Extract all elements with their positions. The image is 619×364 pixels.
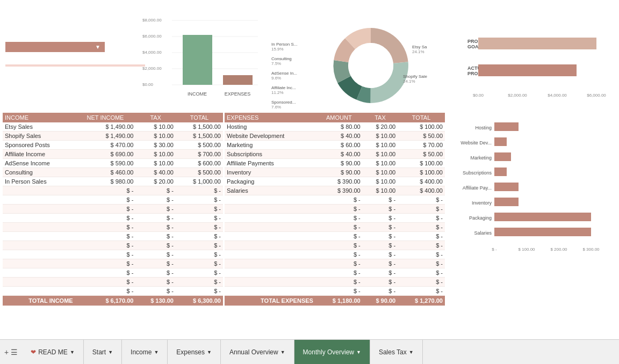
table-row: Inventory$ 90.00$ 10.00$ 100.00 [225, 168, 445, 177]
svg-text:Affiliate Inc...: Affiliate Inc... [271, 85, 296, 90]
add-sheet-button[interactable]: + [4, 348, 9, 356]
main-content: ▼ $8,000.00 $6,000.00 $4,000.0 [0, 0, 619, 339]
expenses-total-col-header: TOTAL [398, 113, 445, 122]
total-income-value: $ 6,300.00 [176, 296, 223, 306]
svg-text:$6,000.00: $6,000.00 [142, 34, 162, 39]
tab-arrow-icon: ▼ [280, 350, 285, 355]
income-total-col-header: TOTAL [176, 113, 223, 122]
total-expenses-value: $ 90.00 [363, 296, 398, 306]
table-row: $ -$ -$ - [3, 232, 223, 241]
table-row: $ -$ -$ - [225, 278, 445, 287]
table-row: $ -$ -$ - [225, 287, 445, 296]
summary-profit-pct-row [5, 67, 145, 69]
table-row: $ -$ -$ - [3, 250, 223, 259]
table-row: $ -$ -$ - [3, 278, 223, 287]
tab-arrow-icon: ▼ [154, 350, 159, 355]
table-row: Affiliate Income$ 690.00$ 10.00$ 700.00 [3, 150, 223, 159]
svg-rect-48 [494, 183, 519, 191]
svg-text:Shopify Sales: Shopify Sales [403, 74, 427, 79]
table-row: $ -$ -$ - [3, 195, 223, 205]
table-row: Hosting$ 80.00$ 20.00$ 100.00 [225, 122, 445, 132]
tab-expenses[interactable]: Expenses ▼ [168, 340, 221, 364]
tab-start[interactable]: Start ▼ [84, 340, 122, 364]
tab-arrow-icon: ▼ [108, 350, 113, 355]
tab-annual-overview[interactable]: Annual Overview ▼ [221, 340, 294, 364]
summary-table [5, 58, 145, 69]
table-row: $ -$ -$ - [3, 223, 223, 232]
svg-text:Inventory: Inventory [472, 200, 492, 206]
expenses-col-header: EXPENSES [225, 113, 315, 122]
svg-rect-11 [223, 75, 253, 85]
tab-monthly-overview[interactable]: Monthly Overview ▼ [294, 340, 370, 364]
svg-text:24.1%: 24.1% [403, 79, 415, 84]
svg-text:Affiliate Pay...: Affiliate Pay... [463, 185, 492, 191]
svg-text:$ 100.00: $ 100.00 [518, 247, 535, 252]
table-row: $ -$ -$ - [3, 241, 223, 250]
table-row: $ -$ -$ - [225, 223, 445, 232]
svg-rect-44 [494, 152, 511, 161]
total-income-value: $ 6,170.00 [75, 296, 136, 306]
svg-text:EXPENSES: EXPENSES [225, 91, 251, 97]
tab-bar: + ☰ ❤READ ME ▼Start ▼Income ▼Expenses ▼A… [0, 339, 619, 364]
svg-text:Salaries: Salaries [474, 230, 492, 236]
svg-text:$0.00: $0.00 [142, 82, 154, 87]
total-expenses-value: $ 1,180.00 [315, 296, 363, 306]
svg-text:$2,000.00: $2,000.00 [508, 93, 527, 98]
svg-rect-40 [494, 122, 519, 131]
svg-rect-46 [494, 168, 507, 176]
profit-bar-chart: PROFIT GOAL ACTUAL PROFIT $0.00 $2,000.0… [438, 30, 610, 107]
income-col-header: INCOME [3, 113, 75, 122]
tab-arrow-icon: ▼ [356, 350, 361, 355]
svg-text:$4,000.00: $4,000.00 [548, 93, 567, 98]
tab-arrow-icon: ▼ [207, 350, 212, 355]
svg-rect-42 [494, 137, 507, 146]
table-row: $ -$ -$ - [225, 259, 445, 268]
tab-income[interactable]: Income ▼ [122, 340, 168, 364]
table-row: $ -$ -$ - [225, 250, 445, 259]
svg-rect-50 [494, 198, 519, 206]
svg-text:$4,000.00: $4,000.00 [142, 50, 162, 55]
svg-rect-34 [478, 64, 577, 76]
month-arrow-icon: ▼ [95, 44, 100, 50]
table-row: Consulting$ 460.00$ 40.00$ 500.00 [3, 168, 223, 177]
svg-text:$6,000.00: $6,000.00 [587, 93, 606, 98]
svg-rect-54 [494, 228, 591, 236]
svg-rect-33 [478, 38, 596, 49]
svg-text:Sponsored...: Sponsored... [271, 100, 296, 105]
table-row: Packaging$ 390.00$ 10.00$ 400.00 [225, 177, 445, 186]
svg-text:$2,000.00: $2,000.00 [142, 66, 162, 71]
tab-sales-tax[interactable]: Sales Tax ▼ [370, 340, 423, 364]
expense-horizontal-bar-chart: HostingWebsite Dev...MarketingSubscripti… [446, 113, 613, 306]
table-row: In Person Sales$ 980.00$ 20.00$ 1,000.00 [3, 177, 223, 186]
month-selector[interactable]: ▼ [5, 42, 105, 52]
expenses-tax-col-header: TAX [363, 113, 398, 122]
svg-text:Etsy Sales: Etsy Sales [412, 45, 427, 49]
income-table: INCOME NET INCOME TAX TOTAL Etsy Sales$ … [3, 113, 223, 306]
tab-arrow-icon: ▼ [409, 350, 414, 355]
table-row: $ -$ -$ - [225, 232, 445, 241]
table-row: Subscriptions$ 40.00$ 10.00$ 50.00 [225, 150, 445, 159]
table-row: Marketing$ 60.00$ 10.00$ 70.00 [225, 141, 445, 150]
svg-text:Consulting: Consulting [271, 56, 292, 61]
table-row: Shopify Sales$ 1,490.00$ 10.00$ 1,500.00 [3, 132, 223, 141]
table-row: Sponsored Posts$ 470.00$ 30.00$ 500.00 [3, 141, 223, 150]
svg-text:Website Dev...: Website Dev... [460, 140, 492, 145]
sheet-menu-button[interactable]: ☰ [11, 348, 18, 356]
table-row: $ -$ -$ - [225, 268, 445, 278]
tab-bar-controls: + ☰ [0, 348, 22, 356]
tab-read-me[interactable]: ❤READ ME ▼ [22, 340, 84, 364]
income-tax-col-header: TAX [135, 113, 176, 122]
svg-text:15.9%: 15.9% [271, 47, 284, 52]
svg-text:$ -: $ - [492, 247, 497, 252]
table-row: $ -$ -$ - [225, 195, 445, 205]
svg-text:7.5%: 7.5% [271, 61, 281, 66]
expenses-table: EXPENSES AMOUNT TAX TOTAL Hosting$ 80.00… [225, 113, 445, 306]
table-row: $ -$ -$ - [225, 214, 445, 223]
table-row: $ -$ -$ - [225, 241, 445, 250]
table-row: $ -$ -$ - [3, 186, 223, 195]
total-expenses-value: $ 1,270.00 [398, 296, 445, 306]
tab-arrow-icon: ▼ [70, 350, 75, 355]
svg-text:$ 200.00: $ 200.00 [550, 247, 567, 252]
table-row: $ -$ -$ - [3, 268, 223, 278]
svg-text:24.1%: 24.1% [412, 49, 424, 54]
